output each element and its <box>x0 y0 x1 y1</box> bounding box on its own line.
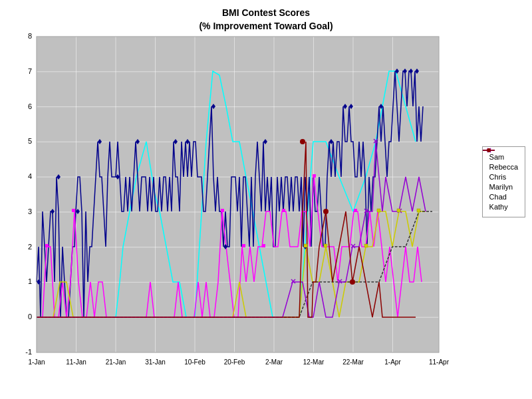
x-label-apr11: 11-Apr <box>429 358 450 366</box>
svg-rect-67 <box>364 244 368 247</box>
y-label-8: 8 <box>28 32 32 40</box>
y-label-4: 4 <box>28 172 32 180</box>
legend-rebecca-label: Rebecca <box>489 163 518 171</box>
y-label-6: 6 <box>28 102 32 110</box>
svg-point-83 <box>487 148 491 152</box>
legend-marilyn: Marilyn <box>489 183 518 191</box>
legend-kathy-label: Kathy <box>489 203 508 211</box>
svg-rect-45 <box>242 244 245 247</box>
legend-chad-label: Chad <box>489 193 507 201</box>
x-label-feb20: 20-Feb <box>224 358 245 366</box>
y-label-n1: -1 <box>25 348 32 356</box>
svg-rect-70 <box>417 209 420 212</box>
legend-kathy-icon <box>483 147 499 154</box>
x-label-jan11: 11-Jan <box>66 358 86 366</box>
svg-rect-46 <box>262 244 265 247</box>
svg-point-62 <box>300 139 305 144</box>
svg-rect-47 <box>282 209 285 212</box>
svg-rect-66 <box>324 244 327 247</box>
legend-chad: Chad <box>489 193 518 201</box>
x-label-jan1: 1-Jan <box>28 358 45 366</box>
legend-kathy: Kathy <box>489 203 518 211</box>
x-label-feb10: 10-Feb <box>184 358 205 366</box>
legend-rebecca: Rebecca <box>489 163 518 171</box>
x-label-mar12: 12-Mar <box>303 358 325 366</box>
x-label-mar22: 22-Mar <box>342 358 364 366</box>
y-label-0: 0 <box>28 313 32 321</box>
y-label-1: 1 <box>28 277 32 285</box>
legend-sam: Sam <box>489 153 518 161</box>
x-label-apr1: 1-Apr <box>384 358 401 366</box>
chart-legend: Sam Rebecca Chris Marilyn <box>482 146 525 217</box>
svg-point-63 <box>323 209 329 214</box>
svg-point-64 <box>350 279 355 285</box>
legend-marilyn-label: Marilyn <box>489 183 513 191</box>
svg-rect-65 <box>304 244 307 247</box>
svg-rect-42 <box>45 244 49 247</box>
x-label-mar2: 2-Mar <box>265 358 283 366</box>
legend-chris-label: Chris <box>489 173 507 181</box>
svg-rect-48 <box>313 174 316 178</box>
y-label-7: 7 <box>28 67 32 75</box>
svg-rect-68 <box>377 209 380 212</box>
y-label-3: 3 <box>28 207 32 215</box>
y-label-2: 2 <box>28 243 32 251</box>
y-label-5: 5 <box>28 137 32 145</box>
svg-rect-44 <box>221 209 224 212</box>
chart-container: BMI Contest Scores (% Improvement Toward… <box>0 0 532 399</box>
x-label-jan21: 21-Jan <box>106 358 126 366</box>
chart-bg <box>37 37 439 352</box>
x-label-jan31: 31-Jan <box>145 358 166 366</box>
chart-svg: 8 7 6 5 4 3 2 1 0 -1 1-Jan 11-Jan 21-Jan… <box>0 0 532 399</box>
svg-rect-43 <box>72 209 75 212</box>
legend-sam-label: Sam <box>489 153 505 161</box>
legend-chris: Chris <box>489 173 518 181</box>
svg-rect-49 <box>354 209 357 212</box>
svg-rect-69 <box>397 209 400 212</box>
